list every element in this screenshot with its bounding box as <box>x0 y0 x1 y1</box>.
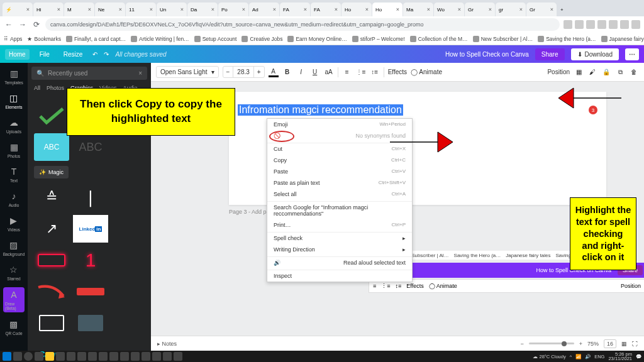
ext-icon[interactable] <box>620 20 629 29</box>
tab-all[interactable]: All <box>34 85 40 94</box>
app-icon[interactable] <box>67 352 75 361</box>
italic-icon[interactable]: I <box>296 67 306 77</box>
bm-apps[interactable]: ⠿ Apps <box>4 36 22 42</box>
app-icon[interactable] <box>131 352 140 361</box>
more-button[interactable]: ⋯ <box>625 48 639 60</box>
size-value[interactable]: 28.3 <box>233 67 253 77</box>
app-icon[interactable] <box>142 352 150 361</box>
gfx-check[interactable] <box>34 102 69 129</box>
trash-icon[interactable]: 🗑 <box>629 67 639 77</box>
copy-style-icon[interactable]: 🖌 <box>587 67 597 77</box>
ctx-paste[interactable]: PasteCtrl+V <box>267 166 412 177</box>
search-input[interactable]: 🔍 Recently used × <box>31 67 147 80</box>
tab[interactable]: Gr × <box>526 3 557 16</box>
gfx-abc-outline[interactable]: ABC <box>73 133 108 161</box>
bold-icon[interactable]: B <box>282 67 292 77</box>
tab[interactable]: ⚡ × <box>3 3 33 16</box>
grid-view-icon[interactable]: ▦ <box>621 341 627 347</box>
tab[interactable]: FA × <box>280 3 310 16</box>
ext-icon[interactable] <box>609 20 618 29</box>
position-button[interactable]: Position <box>547 69 570 75</box>
bm-item[interactable]: Creative Jobs <box>242 36 282 42</box>
file-button[interactable]: File <box>36 49 53 60</box>
effects-button[interactable]: Effects <box>388 69 407 75</box>
ext-icon[interactable] <box>586 20 595 29</box>
tab[interactable]: Wo × <box>434 3 464 16</box>
ctx-read-aloud[interactable]: 🔊 Read aloud selected text <box>267 256 412 268</box>
zoom-slider[interactable] <box>529 343 574 344</box>
gfx-laptop[interactable] <box>34 309 69 337</box>
bm-item[interactable]: Earn Money Online… <box>287 36 347 42</box>
redo-icon[interactable]: ↷ <box>104 51 109 58</box>
ctx-inspect[interactable]: Inspect <box>267 270 412 282</box>
gfx-popsicle[interactable]: ❘ <box>73 184 108 211</box>
ext-icon[interactable] <box>597 20 606 29</box>
start-icon[interactable] <box>3 352 11 361</box>
rail-starred[interactable]: ☆Starred <box>7 263 20 282</box>
duplicate-icon[interactable]: ⧉ <box>615 67 625 77</box>
selected-text[interactable]: Infromation magci reccommendation <box>238 104 403 116</box>
tab[interactable]: Gr × <box>465 3 495 16</box>
cortana-icon[interactable] <box>24 352 33 361</box>
doc-title[interactable]: How to Spell Check on Canva <box>445 51 529 58</box>
app-icon[interactable] <box>163 352 172 361</box>
gfx-neon-rect[interactable] <box>34 246 69 274</box>
font-dropdown[interactable]: Open Sans Light ▾ <box>156 66 219 78</box>
bm-item[interactable]: New Subscriber | Al… <box>473 36 533 42</box>
rail-audio[interactable]: ♪Audio <box>8 189 19 209</box>
new-tab[interactable]: + <box>557 3 570 16</box>
tab[interactable]: Ho × <box>341 3 372 16</box>
forward-icon[interactable]: → <box>18 19 28 30</box>
gfx-linkedin[interactable]: Linkedin <box>73 215 108 243</box>
bm-item[interactable]: stiforP – Welcome! <box>352 36 405 42</box>
list-icon[interactable]: ⋮≡ <box>356 67 366 77</box>
rail-qrcode[interactable]: ▩QR Code <box>5 317 22 337</box>
bm-item[interactable]: Setup Account <box>194 36 237 42</box>
ctx-spell-check[interactable]: Spell check▸ <box>267 232 412 244</box>
app-icon[interactable] <box>174 352 182 361</box>
rail-background[interactable]: ▨Background <box>3 238 25 258</box>
bm-item[interactable]: Article Writing | fen… <box>131 36 189 42</box>
size-minus[interactable]: − <box>223 67 233 77</box>
chrome-icon[interactable] <box>56 352 65 361</box>
notes-button[interactable]: ▸ Notes <box>157 341 177 347</box>
rail-photos[interactable]: ▦Photos <box>8 140 20 160</box>
rail-text[interactable]: TText <box>8 165 19 184</box>
app-icon[interactable] <box>120 352 129 361</box>
tab[interactable]: FA × <box>311 3 341 16</box>
ctx-select-all[interactable]: Select allCtrl+A <box>267 189 412 200</box>
rail-uploads[interactable]: ☁Uploads <box>6 116 21 135</box>
gfx-monitor[interactable] <box>73 309 108 337</box>
tab[interactable]: Da × <box>187 3 218 16</box>
clear-icon[interactable]: × <box>138 70 142 77</box>
app-icon[interactable] <box>152 352 161 361</box>
notifications-icon[interactable]: 💬 <box>636 354 641 359</box>
wifi-icon[interactable]: 📶 <box>575 354 581 359</box>
gfx-chevrons[interactable]: ≙ <box>34 184 69 211</box>
bm-item[interactable]: Japanese fairy tales <box>601 36 644 42</box>
spacing-icon[interactable]: ↕≡ <box>370 67 380 77</box>
size-plus[interactable]: + <box>254 67 264 77</box>
zoom-value[interactable]: 75% <box>587 341 599 347</box>
app-icon[interactable] <box>109 352 118 361</box>
zoom-in[interactable]: + <box>579 341 582 347</box>
taskview-icon[interactable] <box>35 352 43 361</box>
ext-icon[interactable] <box>564 20 572 29</box>
lock-icon[interactable]: 🔒 <box>601 67 611 77</box>
rail-templates[interactable]: ▥Templates <box>4 67 23 86</box>
font-color[interactable]: A <box>269 67 279 77</box>
tab[interactable]: Ne × <box>95 3 125 16</box>
tab-photos[interactable]: Photos <box>47 85 64 94</box>
tab[interactable]: Po × <box>218 3 248 16</box>
case-icon[interactable]: aA <box>324 67 334 77</box>
ctx-copy[interactable]: CopyCtrl+C <box>267 155 412 166</box>
align-icon[interactable]: ≡ <box>342 67 352 77</box>
back-icon[interactable]: ← <box>4 19 14 30</box>
lang[interactable]: ENG <box>594 354 604 359</box>
ctx-print[interactable]: Print…Ctrl+P <box>267 219 412 231</box>
tab[interactable]: Ad × <box>249 3 279 16</box>
gfx-neon-1[interactable]: 1 <box>73 246 108 274</box>
bm-item[interactable]: Collection of the M… <box>410 36 468 42</box>
clock[interactable]: 5:26 pm23/11/2021 <box>608 352 632 361</box>
app-icon[interactable] <box>88 352 97 361</box>
